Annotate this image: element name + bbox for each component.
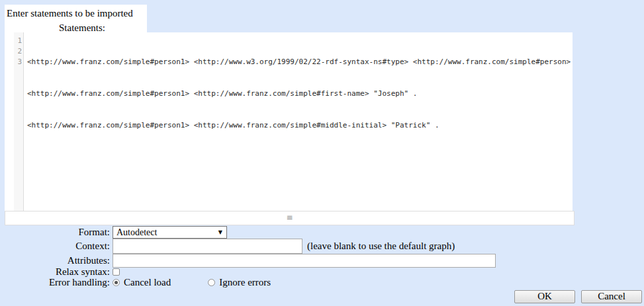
- code-line: <http://www.franz.com/simple#person1> <h…: [27, 57, 573, 67]
- context-label: Context:: [5, 241, 110, 252]
- code-line: <http://www.franz.com/simple#person1> <h…: [27, 89, 573, 99]
- code-line: <http://www.franz.com/simple#person1> <h…: [27, 120, 573, 131]
- resize-grip-icon: ≡: [286, 213, 293, 222]
- line-number: 1: [14, 36, 22, 46]
- relax-syntax-row: Relax syntax:: [5, 267, 120, 276]
- error-handling-option-label: Ignore errors: [219, 277, 271, 288]
- attributes-input[interactable]: [113, 254, 496, 268]
- error-handling-radio-ignore-errors[interactable]: [208, 279, 215, 286]
- editor-resize-handle[interactable]: ≡: [5, 211, 575, 225]
- chevron-down-icon: ▼: [218, 230, 222, 235]
- line-number: 3: [14, 57, 22, 67]
- line-number-gutter: 1 2 3: [14, 32, 24, 211]
- error-handling-row: Error handling: Cancel load Ignore error…: [5, 277, 271, 287]
- relax-syntax-label: Relax syntax:: [5, 266, 110, 278]
- format-select[interactable]: Autodetect ▼: [113, 226, 227, 239]
- format-selected-value: Autodetect: [116, 227, 157, 237]
- relax-syntax-checkbox[interactable]: [113, 268, 120, 276]
- context-row: Context: (leave blank to use the default…: [5, 239, 455, 254]
- cancel-button[interactable]: Cancel: [581, 290, 642, 303]
- error-handling-label: Error handling:: [5, 277, 110, 288]
- statements-code-area[interactable]: <http://www.franz.com/simple#person1> <h…: [27, 32, 573, 211]
- page-title: Enter statements to be imported: [5, 5, 147, 19]
- context-hint: (leave blank to use the default graph): [307, 241, 455, 252]
- format-row: Format: Autodetect ▼: [5, 226, 227, 239]
- attributes-label: Attributes:: [5, 255, 110, 266]
- line-number: 2: [14, 46, 22, 57]
- statements-editor[interactable]: 1 2 3 <http://www.franz.com/simple#perso…: [5, 32, 573, 211]
- error-handling-radio-cancel-load[interactable]: [113, 279, 120, 286]
- import-statements-page: Enter statements to be imported Statemen…: [0, 0, 644, 306]
- error-handling-option-label: Cancel load: [124, 277, 171, 288]
- ok-button[interactable]: OK: [514, 290, 575, 303]
- format-label: Format:: [5, 227, 110, 238]
- context-input[interactable]: [113, 239, 302, 254]
